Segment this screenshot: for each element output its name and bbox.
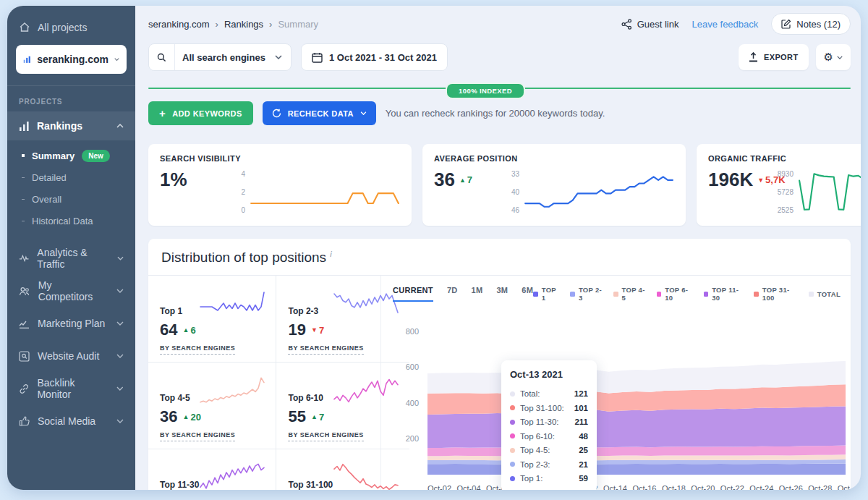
chevron-down-icon bbox=[837, 56, 843, 59]
sidebar-item-social-media[interactable]: Social Media bbox=[7, 408, 135, 434]
project-selector[interactable]: seranking.com bbox=[16, 45, 127, 74]
note-pencil-icon bbox=[781, 19, 791, 29]
recheck-data-button[interactable]: RECHECK DATA bbox=[263, 101, 376, 125]
legend-swatch bbox=[570, 292, 575, 297]
position-delta: ▲7 bbox=[459, 174, 472, 185]
competitors-label: My Competitors bbox=[38, 279, 109, 302]
sidebar-item-all-projects[interactable]: All projects bbox=[7, 16, 135, 39]
add-keywords-button[interactable]: + ADD KEYWORDS bbox=[148, 101, 253, 125]
y-axis-ticks: 334046 bbox=[498, 169, 519, 219]
breadcrumb-summary: Summary bbox=[278, 19, 318, 30]
sidebar-item-detailed[interactable]: Detailed bbox=[7, 166, 135, 188]
main-content: seranking.com › Rankings › Summary Guest… bbox=[135, 6, 861, 490]
detailed-label: Detailed bbox=[32, 172, 67, 183]
analytics-icon bbox=[19, 254, 29, 263]
marketing-plan-icon bbox=[19, 319, 30, 329]
sidebar-item-my-competitors[interactable]: My Competitors bbox=[7, 278, 135, 304]
bullet-icon bbox=[22, 154, 25, 157]
chevron-down-icon bbox=[116, 289, 124, 293]
tab-3m[interactable]: 3M bbox=[496, 286, 508, 302]
sidebar-item-analytics-traffic[interactable]: Analytics & Traffic bbox=[7, 245, 135, 271]
position-stat-cards: Top 1 64 ▲6 BY SEARCH ENGINES Top 2-3 19… bbox=[148, 276, 381, 490]
stat-title: Top 11-30 bbox=[160, 480, 199, 490]
dot-icon bbox=[510, 391, 515, 397]
search-icon-box[interactable] bbox=[149, 44, 175, 70]
arrow-down-icon: ▼ bbox=[757, 177, 764, 184]
tab-current[interactable]: CURRENT bbox=[393, 286, 433, 302]
guest-link-button[interactable]: Guest link bbox=[621, 19, 679, 30]
legend-swatch bbox=[809, 292, 814, 297]
info-icon[interactable]: i bbox=[330, 250, 331, 258]
sidebar-item-overall[interactable]: Overall bbox=[7, 188, 135, 210]
add-keywords-label: ADD KEYWORDS bbox=[172, 109, 242, 118]
calendar-icon bbox=[312, 52, 323, 63]
tab-7d[interactable]: 7D bbox=[447, 286, 458, 302]
marketing-plan-label: Marketing Plan bbox=[38, 318, 105, 329]
organic-traffic-card: ORGANIC TRAFFIC 196K ▼5,7K 893057282525 bbox=[697, 144, 861, 226]
home-icon bbox=[19, 22, 30, 33]
refresh-icon bbox=[272, 109, 281, 118]
legend-top11-30[interactable]: TOP 11-30 bbox=[704, 286, 745, 302]
search-engine-select[interactable]: All search engines bbox=[148, 43, 292, 71]
tooltip-row-top4-5: Top 4-5:25 bbox=[510, 443, 588, 457]
legend-total[interactable]: TOTAL bbox=[809, 286, 841, 302]
dot-icon bbox=[510, 420, 515, 425]
by-search-engines-link[interactable]: BY SEARCH ENGINES bbox=[160, 344, 235, 355]
export-icon bbox=[749, 52, 758, 62]
indexed-progress: 100% INDEXED bbox=[148, 82, 851, 94]
dot-icon bbox=[510, 405, 515, 410]
topbar: seranking.com › Rankings › Summary Guest… bbox=[135, 6, 861, 38]
traffic-sparkline bbox=[798, 169, 861, 215]
indexed-badge: 100% INDEXED bbox=[446, 82, 525, 99]
new-badge: New bbox=[82, 150, 110, 162]
chevron-down-icon bbox=[116, 354, 124, 358]
legend-top2-3[interactable]: TOP 2-3 bbox=[570, 286, 604, 302]
sidebar-item-rankings[interactable]: Rankings bbox=[7, 111, 135, 140]
sidebar-item-summary[interactable]: Summary New bbox=[7, 145, 135, 166]
all-projects-label: All projects bbox=[38, 22, 87, 33]
search-icon bbox=[157, 53, 166, 62]
visibility-sparkline bbox=[250, 169, 400, 215]
sidebar-item-backlink-monitor[interactable]: Backlink Monitor bbox=[7, 376, 135, 402]
breadcrumb-rankings[interactable]: Rankings bbox=[224, 19, 263, 30]
stacked-area-chart[interactable]: 800 600 400 200 Oct-02Oct-04Oct-06Oct-08… bbox=[393, 319, 851, 480]
projects-section-label: PROJECTS bbox=[7, 86, 135, 111]
legend-top6-10[interactable]: TOP 6-10 bbox=[657, 286, 694, 302]
average-position-card: AVERAGE POSITION 36 ▲7 334046 bbox=[422, 144, 686, 226]
legend-top4-5[interactable]: TOP 4-5 bbox=[613, 286, 647, 302]
rankings-label: Rankings bbox=[37, 120, 82, 132]
date-range-picker[interactable]: 1 Oct 2021 - 31 Oct 2021 bbox=[301, 43, 448, 71]
leave-feedback-link[interactable]: Leave feedback bbox=[692, 19, 759, 30]
settings-button[interactable]: ⚙ bbox=[816, 44, 851, 70]
stacked-area-svg bbox=[427, 319, 846, 475]
breadcrumb-project[interactable]: seranking.com bbox=[148, 19, 210, 30]
tab-6m[interactable]: 6M bbox=[522, 286, 533, 302]
legend-swatch bbox=[533, 292, 538, 297]
top11-30-card: Top 11-30 223 ▲35 BY SEARCH ENGINES bbox=[148, 449, 276, 490]
dot-icon bbox=[510, 476, 515, 481]
dot-icon bbox=[510, 433, 515, 438]
chart-legend: TOP 1 TOP 2-3 TOP 4-5 TOP 6-10 TOP 11-30… bbox=[533, 286, 851, 302]
sidebar-item-website-audit[interactable]: Website Audit bbox=[7, 343, 135, 369]
sidebar-item-marketing-plan[interactable]: Marketing Plan bbox=[7, 310, 135, 336]
export-button[interactable]: EXPORT bbox=[739, 44, 809, 70]
sidebar-item-historical-data[interactable]: Historical Data bbox=[7, 210, 135, 232]
legend-top31-100[interactable]: TOP 31-100 bbox=[754, 286, 799, 302]
by-search-engines-link[interactable]: BY SEARCH ENGINES bbox=[288, 431, 363, 441]
legend-swatch bbox=[754, 292, 759, 297]
chart-range-tabs: CURRENT 7D 1M 3M 6M bbox=[393, 286, 533, 302]
dot-icon bbox=[510, 448, 515, 453]
by-search-engines-link[interactable]: BY SEARCH ENGINES bbox=[160, 431, 235, 441]
backlink-label: Backlink Monitor bbox=[37, 377, 109, 400]
bar-chart-icon bbox=[23, 54, 31, 64]
export-label: EXPORT bbox=[764, 53, 799, 62]
legend-top1[interactable]: TOP 1 bbox=[533, 286, 561, 302]
position-value: 36 bbox=[434, 169, 455, 191]
chevron-down-icon bbox=[117, 256, 124, 260]
top11-30-sparkline bbox=[199, 461, 265, 490]
tab-1m[interactable]: 1M bbox=[472, 286, 483, 302]
by-search-engines-link[interactable]: BY SEARCH ENGINES bbox=[288, 344, 363, 355]
bullet-icon bbox=[22, 199, 25, 200]
summary-label: Summary bbox=[32, 151, 75, 161]
notes-button[interactable]: Notes (12) bbox=[771, 13, 851, 35]
